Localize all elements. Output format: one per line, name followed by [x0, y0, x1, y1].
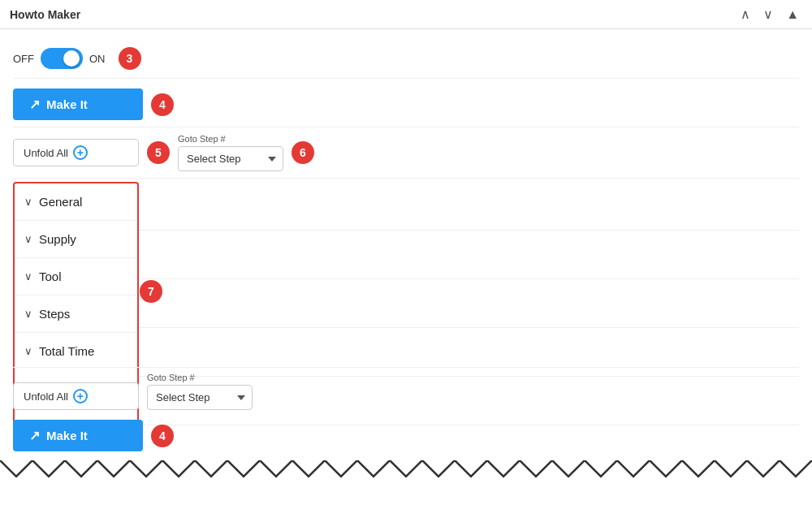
goto-step-select-top[interactable]: Select Step [178, 146, 283, 171]
make-it-arrow-icon-bottom: ↗ [29, 428, 40, 443]
section-total-time-label: Total Time [39, 344, 94, 358]
section-tool-label: Tool [39, 270, 62, 283]
bottom-goto-row: Unfold All + Goto Step # Select Step [13, 367, 799, 415]
goto-step-select-bottom[interactable]: Select Step [147, 385, 253, 410]
plus-icon-bottom: + [73, 389, 88, 403]
toggle-row: OFF ON 3 [13, 39, 799, 79]
chevron-up-btn[interactable]: ∧ [737, 5, 754, 24]
expand-btn[interactable]: ▲ [783, 6, 802, 24]
badge-4-top: 4 [151, 93, 174, 116]
section-item-supply[interactable]: ∨ Supply [15, 221, 137, 258]
make-it-button-bottom[interactable]: ↗ Make It [13, 420, 143, 451]
badge-5: 5 [147, 141, 170, 164]
title-bar: Howto Maker ∧ ∨ ▲ [0, 0, 812, 29]
on-off-toggle[interactable] [41, 48, 83, 69]
badge-7: 7 [140, 280, 162, 303]
plus-icon-top: + [73, 145, 88, 160]
zigzag-border [0, 460, 812, 509]
chevron-tool-icon: ∨ [24, 270, 32, 283]
content-row-tool [139, 279, 799, 328]
window-controls: ∧ ∨ ▲ [737, 5, 802, 24]
off-label: OFF [13, 53, 34, 65]
badge-3: 3 [119, 47, 141, 70]
chevron-supply-icon: ∨ [24, 233, 32, 245]
goto-step-label-bottom: Goto Step # [147, 373, 253, 382]
goto-step-label-top: Goto Step # [178, 134, 283, 144]
bottom-controls: Unfold All + Goto Step # Select Step ↗ M… [13, 367, 799, 456]
section-item-steps[interactable]: ∨ Steps [15, 295, 137, 333]
goto-step-row-top: Unfold All + 5 Goto Step # Select Step 6 [13, 127, 799, 179]
toggle-thumb [63, 50, 80, 67]
bottom-make-it-row: ↗ Make It 4 [13, 415, 799, 456]
unfold-all-button-bottom[interactable]: Unfold All + [13, 382, 139, 410]
make-it-row-top: ↗ Make It 4 [13, 79, 799, 127]
section-item-total-time[interactable]: ∨ Total Time [15, 333, 137, 369]
content-row-supply [139, 231, 799, 279]
content-row-general [139, 182, 799, 231]
goto-select-group-top: Goto Step # Select Step [178, 134, 283, 171]
on-label: ON [89, 53, 106, 65]
section-item-tool[interactable]: ∨ Tool [15, 258, 137, 295]
make-it-button-top[interactable]: ↗ Make It [13, 88, 143, 120]
unfold-all-button-top[interactable]: Unfold All + [13, 139, 139, 166]
badge-4-bottom: 4 [151, 425, 174, 447]
section-supply-label: Supply [39, 232, 76, 246]
badge-6: 6 [292, 141, 314, 164]
section-general-label: General [39, 195, 82, 209]
chevron-down-btn[interactable]: ∨ [760, 5, 776, 24]
section-steps-label: Steps [39, 307, 70, 321]
chevron-general-icon: ∨ [24, 196, 32, 208]
make-it-label-top: Make It [46, 97, 88, 111]
chevron-steps-icon: ∨ [24, 308, 32, 320]
app-title: Howto Maker [10, 8, 80, 21]
unfold-all-label-bottom: Unfold All [24, 390, 68, 403]
make-it-label-bottom: Make It [46, 429, 88, 442]
chevron-total-time-icon: ∨ [24, 345, 32, 357]
goto-select-group-bottom: Goto Step # Select Step [147, 373, 253, 410]
section-item-general[interactable]: ∨ General [15, 183, 137, 221]
unfold-all-label-top: Unfold All [24, 147, 68, 159]
make-it-arrow-icon: ↗ [29, 97, 40, 112]
